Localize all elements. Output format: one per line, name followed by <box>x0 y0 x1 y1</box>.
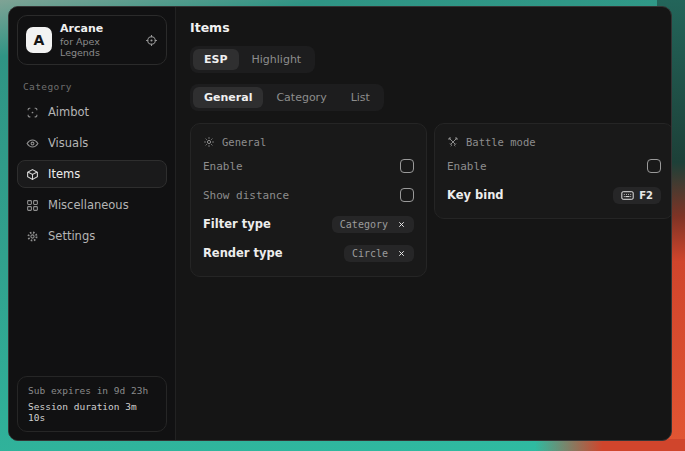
x-icon[interactable] <box>397 220 406 229</box>
setting-row-battle-enable: Enable <box>447 155 661 177</box>
setting-row-render-type: Render type Circle <box>203 242 414 264</box>
sun-icon <box>203 136 215 148</box>
sidebar-item-label: Aimbot <box>48 105 89 119</box>
view-tab-group: General Category List <box>190 84 384 111</box>
x-icon[interactable] <box>397 249 406 258</box>
mode-tab-group: ESP Highlight <box>190 46 315 73</box>
tab-list[interactable]: List <box>340 87 381 108</box>
sidebar-item-miscellaneous[interactable]: Miscellaneous <box>17 191 167 219</box>
setting-label: Key bind <box>447 188 504 202</box>
sidebar-item-settings[interactable]: Settings <box>17 222 167 250</box>
view-tab-row: General Category List <box>190 84 672 111</box>
sub-expires-text: Sub expires in 9d 23h <box>28 385 156 396</box>
sidebar-item-items[interactable]: Items <box>17 160 167 188</box>
settings-cards: General Enable Show distance Filter type… <box>190 123 672 277</box>
sidebar-nav: Aimbot Visuals Items <box>9 98 175 250</box>
subscription-info-card: Sub expires in 9d 23h Session duration 3… <box>17 376 167 432</box>
target-icon[interactable] <box>145 34 158 47</box>
main-content: Items ESP Highlight General Category Lis… <box>176 7 672 440</box>
render-type-select[interactable]: Circle <box>344 245 414 262</box>
session-duration-text: Session duration 3m 10s <box>28 401 156 423</box>
sidebar-item-aimbot[interactable]: Aimbot <box>17 98 167 126</box>
swords-icon <box>447 136 459 148</box>
sidebar: A Arcane for Apex Legends Category <box>9 7 176 440</box>
battle-enable-checkbox[interactable] <box>647 159 661 173</box>
filter-type-value: Category <box>340 219 388 230</box>
setting-label: Show distance <box>203 189 289 202</box>
box-icon <box>26 168 39 181</box>
gear-icon <box>26 230 39 243</box>
setting-label: Filter type <box>203 217 271 231</box>
app-window: A Arcane for Apex Legends Category <box>8 6 672 441</box>
keybind-value: F2 <box>639 190 653 201</box>
show-distance-checkbox[interactable] <box>400 188 414 202</box>
sidebar-section-label: Category <box>23 81 161 92</box>
general-card-title: General <box>222 136 266 148</box>
keybind-button[interactable]: F2 <box>613 187 661 204</box>
setting-label: Enable <box>447 160 487 173</box>
tab-general[interactable]: General <box>193 87 263 108</box>
sidebar-item-label: Items <box>48 167 80 181</box>
battle-mode-card: Battle mode Enable Key bind <box>434 123 672 219</box>
filter-type-select[interactable]: Category <box>332 216 414 233</box>
general-card: General Enable Show distance Filter type… <box>190 123 427 277</box>
tab-highlight[interactable]: Highlight <box>241 49 313 70</box>
keyboard-icon <box>621 190 634 201</box>
setting-row-filter-type: Filter type Category <box>203 213 414 235</box>
eye-icon <box>26 137 39 150</box>
sidebar-item-label: Visuals <box>48 136 88 150</box>
brand-subtitle: for Apex Legends <box>60 36 137 58</box>
grid-icon <box>26 199 39 212</box>
enable-checkbox[interactable] <box>400 159 414 173</box>
setting-label: Enable <box>203 160 243 173</box>
brand-text: Arcane for Apex Legends <box>60 22 137 58</box>
brand-card: A Arcane for Apex Legends <box>17 15 167 65</box>
mode-tab-row: ESP Highlight <box>190 46 672 73</box>
setting-row-show-distance: Show distance <box>203 184 414 206</box>
brand-logo: A <box>26 27 52 53</box>
sidebar-item-label: Settings <box>48 229 95 243</box>
crosshair-icon <box>26 106 39 119</box>
setting-label: Render type <box>203 246 283 260</box>
setting-row-enable: Enable <box>203 155 414 177</box>
tab-esp[interactable]: ESP <box>193 49 239 70</box>
brand-name: Arcane <box>60 22 137 35</box>
sidebar-item-label: Miscellaneous <box>48 198 129 212</box>
tab-category[interactable]: Category <box>265 87 337 108</box>
battle-mode-card-header: Battle mode <box>447 136 661 148</box>
render-type-value: Circle <box>352 248 388 259</box>
battle-mode-card-title: Battle mode <box>466 136 536 148</box>
page-title: Items <box>190 20 672 35</box>
setting-row-key-bind: Key bind F2 <box>447 184 661 206</box>
general-card-header: General <box>203 136 414 148</box>
sidebar-item-visuals[interactable]: Visuals <box>17 129 167 157</box>
